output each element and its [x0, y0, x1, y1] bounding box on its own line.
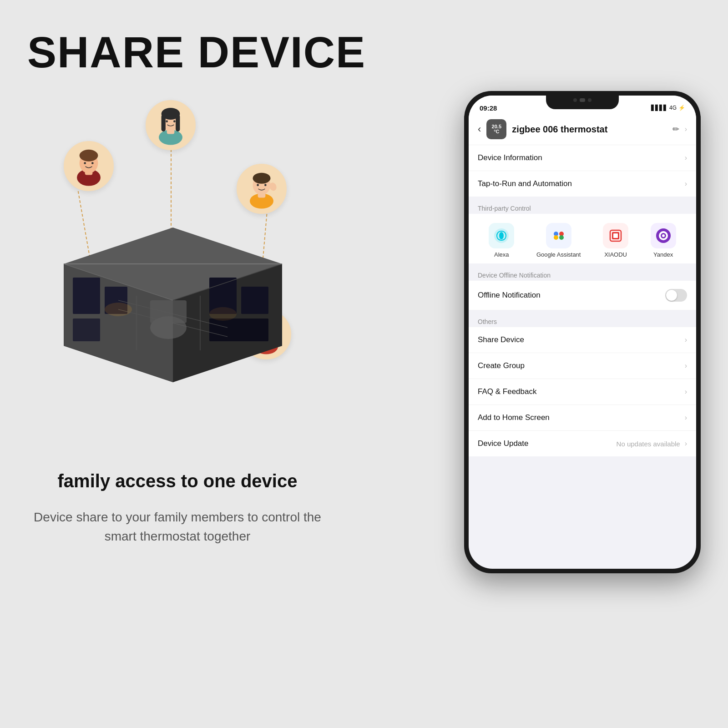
device-update-value: No updates available — [617, 440, 680, 448]
device-update-item[interactable]: Device Update No updates available › — [469, 431, 696, 456]
battery-icon: ⚡ — [678, 105, 685, 111]
phone-mockup: 09:28 ▋▋▋▋ 4G ⚡ ‹ 20.5°C zigbee 006 ther… — [464, 91, 701, 573]
create-group-label: Create Group — [478, 361, 525, 370]
edit-button[interactable]: ✏ — [672, 124, 679, 134]
status-icons: ▋▋▋▋ 4G ⚡ — [651, 105, 685, 111]
xiaodu-icon — [603, 223, 628, 248]
svg-point-50 — [105, 303, 132, 316]
device-information-chevron: › — [685, 154, 687, 162]
phone-notch — [546, 96, 619, 109]
device-icon: 20.5°C — [486, 119, 506, 139]
network-type: 4G — [669, 105, 677, 111]
avatar-person-2 — [146, 100, 196, 150]
svg-rect-38 — [73, 278, 100, 314]
app-header: ‹ 20.5°C zigbee 006 thermostat ✏ › — [469, 116, 696, 145]
offline-section-label: Device Offline Notification — [469, 268, 696, 281]
alexa-item[interactable]: Alexa — [489, 223, 514, 258]
add-to-home-label: Add to Home Screen — [478, 413, 550, 422]
tap-to-run-label: Tap-to-Run and Automation — [478, 179, 572, 188]
offline-notification-item: Offline Notification — [469, 281, 696, 310]
svg-rect-12 — [162, 115, 166, 131]
tap-to-run-item[interactable]: Tap-to-Run and Automation › — [469, 171, 696, 197]
third-party-grid: Alexa Google Assistant — [478, 223, 687, 258]
google-assistant-icon — [546, 223, 571, 248]
others-section-label: Others — [469, 314, 696, 327]
faq-feedback-item[interactable]: FAQ & Feedback › — [469, 379, 696, 405]
share-device-label: Share Device — [478, 335, 524, 344]
svg-point-67 — [662, 234, 665, 237]
device-update-label: Device Update — [478, 439, 529, 448]
svg-point-5 — [84, 162, 86, 164]
status-time: 09:28 — [480, 104, 497, 112]
add-to-home-chevron: › — [685, 414, 687, 422]
svg-rect-43 — [209, 318, 268, 341]
svg-point-60 — [559, 235, 564, 240]
svg-point-6 — [91, 162, 94, 164]
svg-rect-63 — [613, 233, 618, 238]
svg-rect-42 — [241, 287, 268, 314]
device-information-item[interactable]: Device Information › — [469, 145, 696, 171]
offline-notification-section: Offline Notification — [469, 281, 696, 310]
alexa-label: Alexa — [494, 251, 509, 258]
left-section: family access to one device Device share… — [18, 91, 364, 592]
third-party-section-label: Third-party Control — [469, 201, 696, 214]
phone-screen: 09:28 ▋▋▋▋ 4G ⚡ ‹ 20.5°C zigbee 006 ther… — [469, 96, 696, 569]
share-device-chevron: › — [685, 336, 687, 344]
family-subtext: Device share to your family members to c… — [18, 508, 337, 546]
svg-point-56 — [499, 232, 504, 239]
xiaodu-label: XIAODU — [604, 251, 627, 258]
device-information-section: Device Information › Tap-to-Run and Auto… — [469, 145, 696, 197]
svg-rect-49 — [150, 300, 187, 323]
svg-point-51 — [209, 307, 237, 321]
svg-point-14 — [166, 120, 168, 122]
svg-point-4 — [80, 150, 98, 162]
house-illustration — [27, 173, 318, 382]
google-assistant-label: Google Assistant — [536, 251, 581, 258]
phone-outer-shell: 09:28 ▋▋▋▋ 4G ⚡ ‹ 20.5°C zigbee 006 ther… — [464, 91, 701, 573]
family-heading: family access to one device — [18, 471, 337, 491]
toggle-knob — [666, 290, 677, 301]
device-name-label: zigbee 006 thermostat — [512, 124, 667, 135]
svg-point-59 — [554, 235, 558, 240]
signal-icon: ▋▋▋▋ — [651, 105, 667, 111]
device-information-label: Device Information — [478, 153, 542, 162]
yandex-label: Yandex — [653, 251, 673, 258]
tap-to-run-chevron: › — [685, 180, 687, 188]
create-group-item[interactable]: Create Group › — [469, 353, 696, 379]
alexa-icon — [489, 223, 514, 248]
svg-point-15 — [173, 120, 176, 122]
svg-rect-39 — [73, 318, 100, 341]
xiaodu-item[interactable]: XIAODU — [603, 223, 628, 258]
third-party-section: Alexa Google Assistant — [469, 214, 696, 263]
add-to-home-item[interactable]: Add to Home Screen › — [469, 405, 696, 431]
faq-feedback-chevron: › — [685, 388, 687, 396]
yandex-item[interactable]: Yandex — [651, 223, 676, 258]
page-title: SHARE DEVICE — [27, 27, 366, 77]
create-group-chevron: › — [685, 362, 687, 370]
back-button[interactable]: ‹ — [478, 123, 481, 135]
yandex-icon — [651, 223, 676, 248]
google-assistant-item[interactable]: Google Assistant — [536, 223, 581, 258]
offline-notification-label: Offline Notification — [478, 291, 541, 300]
share-device-item[interactable]: Share Device › — [469, 327, 696, 353]
header-chevron: › — [685, 125, 687, 133]
device-update-chevron: › — [685, 440, 687, 448]
svg-rect-13 — [176, 115, 180, 131]
others-section: Share Device › Create Group › FAQ & Feed… — [469, 327, 696, 456]
offline-notification-toggle[interactable] — [665, 289, 687, 302]
faq-feedback-label: FAQ & Feedback — [478, 387, 536, 396]
